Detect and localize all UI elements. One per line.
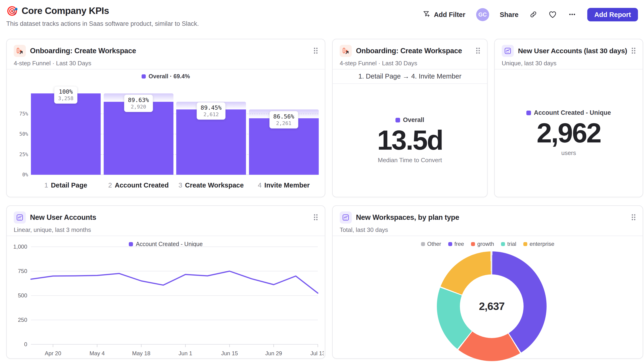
funnel-step-label: 4Invite Member: [258, 181, 310, 189]
legend-chip: [501, 242, 505, 246]
median-time-caption: Median Time to Convert: [378, 157, 442, 164]
step-name: Create Workspace: [185, 181, 244, 189]
legend-chip: [471, 242, 475, 246]
add-report-button[interactable]: Add Report: [587, 8, 638, 21]
unique-users-value: 2,962: [536, 119, 600, 148]
card-title: New User Accounts (last 30 days): [518, 47, 627, 55]
y-axis-tick-label: 0%: [14, 172, 28, 178]
step-count: 2,261: [273, 120, 294, 126]
filter-plus-icon: [423, 10, 430, 19]
copy-link-button[interactable]: [529, 10, 538, 19]
legend-chip: [448, 242, 452, 246]
funnel-step-tooltip: 89.45%2,612: [197, 102, 226, 120]
step-number: 2: [108, 181, 112, 189]
funnel-chart: 75%50%25%0%100%3,2581Detail Page89.63%2,…: [7, 39, 325, 197]
y-axis-tick-label: 500: [18, 292, 27, 299]
step-conversion-pct: 86.56%: [273, 113, 294, 120]
donut-total: 2,637: [479, 300, 504, 313]
legend-label: trial: [507, 241, 516, 247]
dart-target-icon: 🎯: [6, 6, 18, 15]
legend-label: growth: [477, 241, 494, 247]
x-axis-tick-label: Jun 15: [221, 350, 238, 357]
donut-legend-item-trial[interactable]: trial: [501, 241, 516, 247]
step-count: 2,612: [201, 111, 222, 117]
funnel-step-tooltip: 100%3,258: [54, 86, 78, 104]
funnel-step-label: 3Create Workspace: [178, 181, 244, 189]
share-button[interactable]: Share: [500, 11, 519, 18]
drag-handle-icon[interactable]: [630, 214, 636, 222]
x-axis-tick-label: May 18: [132, 350, 150, 357]
donut-legend-item-other[interactable]: Other: [421, 241, 441, 247]
step-conversion-pct: 100%: [58, 88, 74, 95]
drag-handle-icon[interactable]: [630, 47, 636, 55]
legend-chip: [526, 111, 531, 115]
step-count: 3,258: [58, 95, 74, 101]
y-axis-tick-label: 250: [18, 317, 27, 323]
funnel-step-tooltip: 89.63%2,920: [124, 95, 153, 112]
legend-chip: [421, 242, 425, 246]
x-axis-tick-label: Apr 20: [45, 350, 62, 357]
funnel-bar[interactable]: [31, 93, 101, 175]
share-label: Share: [500, 11, 519, 18]
legend-label: enterprise: [530, 241, 554, 247]
unique-value-zone: Account Created - Unique 2,962 users: [495, 69, 642, 197]
link-icon: [529, 10, 538, 19]
card-title: Onboarding: Create Workspace: [356, 47, 462, 55]
favorite-button[interactable]: [548, 10, 557, 19]
median-time-value: 13.5d: [377, 126, 443, 155]
step-count: 2,920: [128, 104, 149, 110]
donut-legend: Otherfreegrowthtrialenterprise: [333, 241, 642, 247]
card-new-user-accounts-30d: New User Accounts (last 30 days) Unique,…: [494, 39, 643, 197]
heart-icon: [548, 10, 557, 19]
funnel-bar[interactable]: [104, 102, 174, 175]
y-axis-tick-label: 25%: [14, 152, 28, 157]
ellipsis-icon: [568, 10, 576, 19]
unique-legend[interactable]: Account Created - Unique: [526, 109, 611, 116]
drag-handle-icon[interactable]: [475, 47, 481, 55]
insights-report-icon: [340, 211, 352, 224]
add-filter-label: Add Filter: [434, 11, 465, 18]
step-name: Account Created: [115, 181, 169, 189]
step-number: 3: [178, 181, 182, 189]
card-subtitle: Unique, last 30 days: [502, 60, 626, 67]
step-number: 1: [44, 181, 48, 189]
y-axis-tick-label: 0: [24, 341, 27, 347]
median-legend[interactable]: Overall: [396, 116, 424, 124]
step-conversion-pct: 89.63%: [128, 97, 149, 103]
funnel-step-tooltip: 86.56%2,261: [269, 111, 298, 128]
funnel-report-icon: [340, 45, 352, 57]
card-funnel: Onboarding: Create Workspace 4-step Funn…: [6, 39, 325, 197]
x-axis-tick-label: May 4: [90, 350, 104, 357]
y-axis-tick-label: 750: [18, 268, 27, 274]
donut-legend-item-growth[interactable]: growth: [471, 241, 494, 247]
step-name: Invite Member: [264, 181, 310, 189]
funnel-step-range: 1. Detail Page → 4. Invite Member: [333, 69, 487, 83]
legend-label: free: [454, 241, 464, 247]
line-series-account-created[interactable]: [31, 271, 318, 293]
line-chart[interactable]: 1,0007505002500Apr 20May 4May 18Jun 1Jun…: [7, 206, 324, 357]
avatar[interactable]: GC: [476, 8, 489, 21]
card-subtitle: 4-step Funnel · Last 30 Days: [340, 60, 480, 67]
donut-legend-item-enterprise[interactable]: enterprise: [523, 241, 554, 247]
more-button[interactable]: [568, 10, 576, 19]
card-title: New Workspaces, by plan type: [356, 213, 459, 222]
donut-chart[interactable]: 2,637: [437, 251, 546, 361]
unique-users-caption: users: [561, 149, 576, 157]
step-name: Detail Page: [51, 181, 87, 189]
page-title: Core Company KPIs: [22, 5, 109, 16]
donut-legend-item-free[interactable]: free: [448, 241, 464, 247]
funnel-step-label: 1Detail Page: [44, 181, 87, 189]
dashboard-header: 🎯 Core Company KPIs This dataset tracks …: [6, 5, 638, 31]
funnel-step-label: 2Account Created: [108, 181, 168, 189]
card-subtitle: Total, last 30 days: [340, 226, 636, 234]
header-actions: Add Filter GC Share: [423, 8, 638, 21]
legend-chip: [523, 242, 527, 246]
y-axis-tick-label: 50%: [14, 131, 28, 137]
card-new-user-accounts-line: New User Accounts Linear, unique, last 3…: [6, 205, 325, 359]
step-conversion-pct: 89.45%: [201, 104, 222, 111]
legend-label: Account Created - Unique: [534, 109, 611, 116]
x-axis-tick-label: Jun 29: [265, 350, 282, 357]
legend-label: Overall: [403, 116, 424, 124]
step-number: 4: [258, 181, 262, 189]
add-filter-button[interactable]: Add Filter: [423, 10, 465, 19]
